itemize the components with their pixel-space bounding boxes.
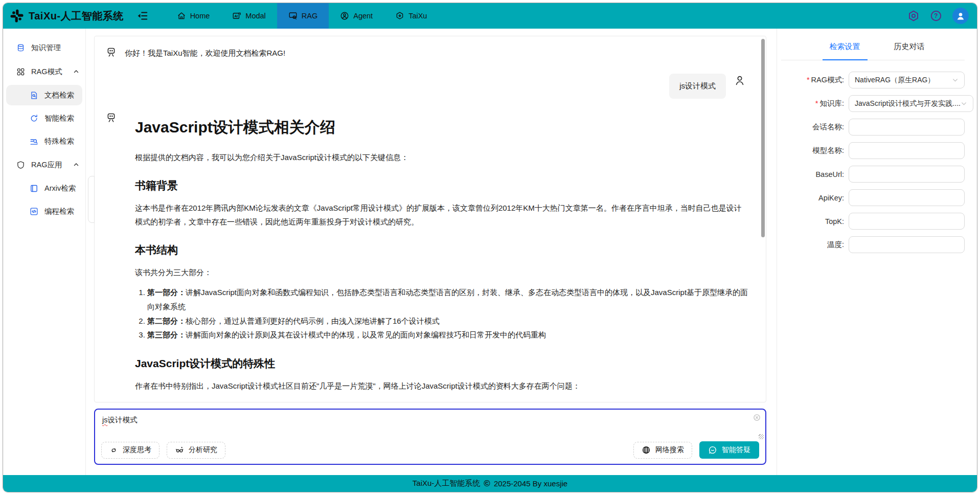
user-avatar[interactable] [952, 8, 969, 24]
analyze-button[interactable]: 分析研究 [167, 442, 225, 459]
top-navbar: TaiXu-人工智能系统 Home [3, 3, 977, 29]
list-item: 第一部分：讲解JavaScript面向对象和函数式编程知识，包括静态类型语言和动… [147, 285, 748, 314]
nav-item-rag[interactable]: RAG [277, 3, 329, 29]
form-row-base-url: BaseUrl: [788, 166, 965, 183]
web-search-button[interactable]: 网络搜索 [633, 442, 692, 459]
session-name-input[interactable] [849, 119, 965, 136]
chat-smile-icon [708, 445, 717, 455]
app-window: TaiXu-人工智能系统 Home [3, 3, 977, 492]
sidebar-item-label: 智能检索 [44, 114, 74, 123]
sidebar-item-label: 特殊检索 [44, 137, 74, 146]
form-row-session-name: 会话名称: [788, 119, 965, 136]
sidebar-item-code-search[interactable]: 编程检索 [6, 201, 82, 221]
temperature-input[interactable] [849, 236, 965, 253]
svg-text:?: ? [934, 12, 938, 19]
sidebar-item-label: 文档检索 [44, 91, 74, 100]
rag-mode-select[interactable]: NativeRAG（原生RAG） [849, 72, 965, 88]
sidebar-item-doc-search[interactable]: 文档检索 [6, 85, 82, 105]
grid-icon [16, 68, 25, 76]
knowledge-base-select[interactable]: JavaScript设计模式与开发实践.... [849, 95, 973, 112]
field-label: TopK: [788, 217, 849, 226]
home-icon [177, 11, 186, 20]
person-icon [734, 74, 745, 86]
sidebar-item-special-search[interactable]: 特殊检索 [6, 131, 82, 151]
chevron-down-icon [952, 77, 959, 83]
answer-intro: 根据提供的文档内容，我可以为您介绍关于JavaScript设计模式的以下关键信息… [135, 150, 748, 164]
list-item: 第三部分：讲解面向对象的设计原则及其在设计模式中的体现，以及常见的面向对象编程技… [147, 328, 748, 342]
answer-title: JavaScript设计模式相关介绍 [135, 117, 748, 138]
nav-label: Agent [353, 12, 373, 20]
required-marker: * [807, 76, 810, 84]
sidebar-collapse-button[interactable] [137, 3, 148, 29]
chat-scrollbar[interactable] [761, 39, 765, 237]
field-label: BaseUrl: [788, 170, 849, 178]
list-search-icon [30, 137, 38, 146]
deep-think-button[interactable]: 深度思考 [101, 442, 159, 459]
sidebar-group-rag-mode[interactable]: RAG模式 [3, 61, 85, 82]
refresh-icon [30, 114, 38, 123]
select-value: NativeRAG（原生RAG） [855, 76, 952, 85]
main-nav: Home AI Modal [166, 3, 439, 29]
sidebar-item-knowledge[interactable]: 知识管理 [3, 37, 85, 58]
field-label: ApiKey: [788, 194, 849, 202]
field-label: 温度: [788, 240, 849, 250]
content-area: 知识管理 RAG模式 [3, 29, 977, 475]
nav-item-home[interactable]: Home [166, 3, 221, 29]
book-icon [30, 184, 38, 193]
globe-icon [642, 445, 651, 455]
chat-input-text: js [102, 416, 107, 424]
modal-ai-icon: AI [232, 11, 241, 20]
settings-form: *RAG模式: NativeRAG（原生RAG） *知识库: JavaScrip… [781, 72, 965, 253]
nav-item-taixu[interactable]: TaiXu [384, 3, 438, 29]
sidebar-group-rag-apps[interactable]: RAG应用 [3, 154, 85, 175]
form-row-api-key: ApiKey: [788, 189, 965, 206]
header-actions: ? [907, 3, 969, 29]
sidebar-item-smart-search[interactable]: 智能检索 [6, 108, 82, 128]
footer-copyright: 2025-2045 By xuesjie [494, 479, 567, 488]
api-key-input[interactable] [849, 189, 965, 206]
knot-icon [109, 446, 118, 455]
robot-icon [106, 111, 117, 123]
top-k-input[interactable] [849, 213, 965, 230]
button-label: 分析研究 [189, 445, 217, 455]
section-title: JavaScript设计模式的特殊性 [135, 356, 748, 371]
form-row-model-name: 模型名称: [788, 142, 965, 159]
chat-input[interactable]: js设计模式 [102, 415, 758, 426]
user-message-bubble: js设计模式 [669, 74, 726, 99]
sidebar-item-label: 编程检索 [44, 207, 74, 216]
chevron-up-icon [73, 69, 79, 75]
clear-input-icon[interactable] [753, 414, 761, 421]
smart-answer-button[interactable]: 智能答疑 [699, 441, 759, 459]
button-label: 深度思考 [123, 445, 151, 455]
list-item: 第二部分：核心部分，通过从普通到更好的代码示例，由浅入深地讲解了16个设计模式 [147, 314, 748, 328]
panel-drag-handle[interactable] [88, 176, 95, 223]
assistant-answer: JavaScript设计模式相关介绍 根据提供的文档内容，我可以为您介绍关于Ja… [125, 111, 748, 399]
model-name-input[interactable] [849, 142, 965, 159]
nav-item-agent[interactable]: Agent [329, 3, 384, 29]
nav-item-modal[interactable]: AI Modal [221, 3, 277, 29]
book-parts-list: 第一部分：讲解JavaScript面向对象和函数式编程知识，包括静态类型语言和动… [147, 285, 748, 342]
select-value: JavaScript设计模式与开发实践.... [855, 99, 961, 108]
form-row-top-k: TopK: [788, 213, 965, 230]
tab-history[interactable]: 历史对话 [894, 42, 925, 52]
copyright-icon: © [484, 479, 490, 488]
document-search-icon [30, 91, 38, 100]
sidebar-item-label: Arxiv检索 [44, 184, 76, 193]
settings-icon[interactable] [907, 10, 920, 22]
help-icon[interactable]: ? [930, 10, 942, 22]
svg-text:AI: AI [235, 14, 238, 18]
textarea-resize-handle[interactable] [759, 434, 764, 439]
base-url-input[interactable] [849, 166, 965, 183]
nav-label: Modal [245, 12, 266, 20]
user-message: js设计模式 [106, 74, 745, 99]
section-title: 书籍背景 [135, 178, 748, 193]
section-body: 该书共分为三大部分： [135, 265, 748, 279]
sidebar-item-arxiv-search[interactable]: Arxiv检索 [6, 178, 82, 198]
robot-icon [106, 46, 117, 57]
left-sidebar: 知识管理 RAG模式 [3, 29, 86, 475]
nav-label: RAG [302, 12, 317, 20]
section-body: 作者在书中特别指出，JavaScript设计模式社区目前还"几乎是一片荒漠"，网… [135, 379, 748, 393]
tab-search-settings[interactable]: 检索设置 [830, 42, 860, 52]
footer: TaiXu-人工智能系统 © 2025-2045 By xuesjie [3, 475, 977, 492]
message-list: 你好！我是TaiXu智能，欢迎使用文档检索RAG! js设计模式 [94, 36, 766, 402]
